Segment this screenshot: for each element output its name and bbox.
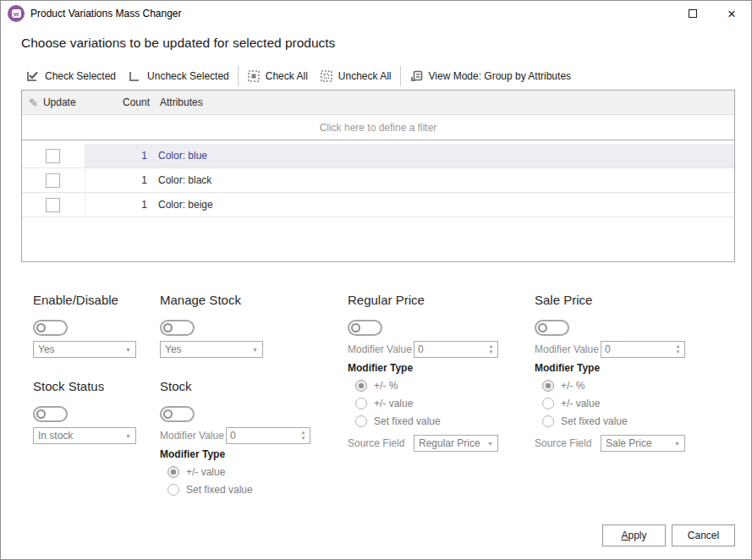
select-value: Regular Price (419, 437, 480, 449)
panel-sale-price: Sale Price Modifier Value 0 ▲▼ Modifier … (535, 293, 712, 452)
grid-header: ✎ Update Count Attributes (22, 91, 734, 115)
table-row[interactable]: 1 Color: blue (22, 144, 734, 168)
row-checkbox[interactable] (46, 198, 60, 212)
row-attributes: Color: beige (151, 193, 734, 217)
row-count: 1 (85, 144, 151, 167)
radio-option-value[interactable]: +/- value (355, 398, 525, 409)
sale-price-modifier-value-input[interactable]: 0 ▲▼ (601, 341, 685, 358)
spin-up-icon: ▲ (301, 430, 306, 436)
uncheck-selected-button[interactable]: Uncheck Selected (122, 64, 235, 88)
radio-option-value[interactable]: +/- value (167, 466, 338, 478)
apply-button[interactable]: Apply (602, 524, 666, 546)
titlebar: w Product Variations Mass Changer × (1, 1, 751, 26)
stock-modifier-value-input[interactable]: 0 ▲▼ (226, 427, 310, 444)
modifier-type-label: Modifier Type (160, 448, 338, 460)
radio-label: Set fixed value (561, 415, 628, 427)
check-selected-button[interactable]: Check Selected (19, 64, 122, 88)
select-value: Yes (38, 343, 55, 355)
select-value: In stock (38, 430, 73, 442)
toggle-knob-icon (163, 323, 173, 332)
close-button[interactable]: × (712, 1, 751, 26)
toolbar-separator (400, 66, 401, 86)
view-mode-icon (409, 69, 424, 83)
column-header-count[interactable]: Count (85, 96, 151, 108)
regular-price-toggle[interactable] (348, 320, 382, 336)
view-mode-button[interactable]: View Mode: Group by Attributes (403, 64, 578, 88)
panel-title: Stock (160, 379, 338, 394)
modifier-value-label: Modifier Value (160, 430, 226, 442)
radio-option-percent[interactable]: +/- % (542, 380, 712, 392)
cancel-button[interactable]: Cancel (672, 524, 735, 546)
radio-label: +/- value (561, 398, 600, 409)
check-all-button[interactable]: Check All (241, 64, 314, 88)
spinner-buttons[interactable]: ▲▼ (672, 343, 684, 355)
toggle-knob-icon (163, 409, 173, 419)
column-header-attributes[interactable]: Attributes (151, 96, 734, 108)
toolbar-separator (238, 66, 239, 86)
panel-title: Sale Price (535, 293, 712, 308)
row-check-cell (22, 168, 85, 192)
uncheck-all-button[interactable]: Uncheck All (314, 64, 398, 88)
spinner-buttons[interactable]: ▲▼ (297, 430, 310, 442)
stock-status-select[interactable]: In stock ▼ (33, 427, 136, 444)
spin-up-icon: ▲ (489, 343, 494, 349)
modifier-value-row: Modifier Value 0 ▲▼ (160, 427, 338, 444)
app-logo-icon: w (8, 5, 25, 22)
radio-label: +/- value (374, 398, 413, 409)
stock-status-toggle[interactable] (33, 406, 68, 422)
filter-row[interactable]: Click here to define a filter (22, 115, 734, 140)
column-header-update[interactable]: ✎ Update (22, 96, 85, 109)
manage-stock-select[interactable]: Yes ▼ (160, 341, 263, 358)
radio-option-fixed[interactable]: Set fixed value (355, 415, 525, 427)
radio-icon (167, 484, 179, 496)
row-checkbox[interactable] (46, 149, 60, 163)
manage-stock-toggle[interactable] (160, 320, 195, 336)
row-count: 1 (85, 168, 151, 192)
select-value: Yes (165, 343, 182, 355)
toggle-knob-icon (351, 323, 360, 332)
radio-icon (355, 398, 367, 409)
radio-option-fixed[interactable]: Set fixed value (542, 415, 712, 427)
table-row[interactable]: 1 Color: beige (22, 193, 734, 217)
row-checkbox[interactable] (46, 173, 60, 188)
sale-price-source-select[interactable]: Sale Price ▼ (601, 435, 685, 452)
modifier-value-label: Modifier Value (535, 343, 601, 355)
regular-price-modifier-value-input[interactable]: 0 ▲▼ (414, 341, 498, 358)
cancel-button-label: Cancel (672, 530, 734, 541)
enable-disable-toggle[interactable] (33, 320, 68, 336)
spinner-value: 0 (227, 430, 297, 442)
apply-button-label: Apply (603, 530, 665, 541)
toolbar-button-label: View Mode: Group by Attributes (429, 70, 572, 82)
regular-price-source-select[interactable]: Regular Price ▼ (414, 435, 498, 452)
panel-title: Regular Price (348, 293, 525, 308)
spinner-buttons[interactable]: ▲▼ (485, 343, 497, 355)
chevron-down-icon: ▼ (125, 347, 131, 353)
source-field-label: Source Field (535, 437, 601, 449)
toolbar-button-label: Uncheck All (338, 70, 392, 82)
enable-disable-select[interactable]: Yes ▼ (33, 341, 136, 358)
toggle-knob-icon (538, 323, 547, 332)
radio-option-fixed[interactable]: Set fixed value (167, 484, 338, 496)
maximize-button[interactable] (673, 1, 712, 26)
radio-icon (542, 398, 554, 409)
chevron-down-icon: ▼ (674, 441, 680, 447)
toolbar-button-label: Check Selected (45, 70, 116, 82)
window-title: Product Variations Mass Changer (30, 8, 182, 19)
table-row[interactable]: 1 Color: black (22, 168, 734, 193)
toolbar-button-label: Check All (266, 70, 308, 82)
panel-title: Manage Stock (160, 293, 338, 308)
sale-price-toggle[interactable] (535, 320, 569, 336)
source-field-row: Source Field Sale Price ▼ (535, 435, 712, 452)
radio-option-value[interactable]: +/- value (542, 398, 712, 409)
spin-up-icon: ▲ (676, 343, 681, 349)
stock-toggle[interactable] (160, 406, 195, 422)
spin-down-icon: ▼ (301, 436, 306, 442)
page-title: Choose variations to be updated for sele… (21, 36, 335, 51)
spinner-value: 0 (414, 343, 485, 355)
uncheck-all-icon (320, 69, 333, 83)
select-value: Sale Price (606, 437, 652, 449)
row-check-cell (22, 193, 85, 217)
radio-option-percent[interactable]: +/- % (355, 380, 525, 392)
chevron-down-icon: ▼ (252, 347, 258, 353)
row-check-cell (22, 144, 85, 167)
